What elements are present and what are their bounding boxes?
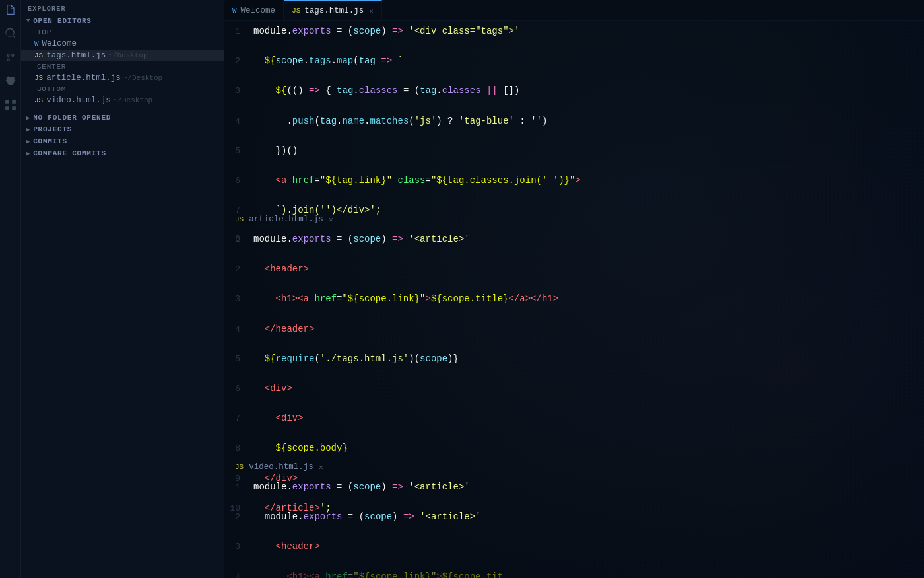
explorer-title: EXPLORER <box>21 0 224 15</box>
editor-area: 1module.exports = (scope) => '<div class… <box>224 21 924 578</box>
video-panel-filename: video.html.js <box>249 462 314 472</box>
sidebar-item-welcome[interactable]: W Welcome <box>21 38 224 50</box>
bottom-group-label: BOTTOM <box>21 84 224 94</box>
art-line-1: 1module.exports = (scope) => '<article>' <box>224 232 924 247</box>
vid-line-2: 2 module.exports = (scope) => '<article>… <box>224 509 924 524</box>
editor-main: W Welcome JS tags.html.js ✕ 1module.expo… <box>224 0 924 578</box>
art-line-8: 8 ${scope.body} <box>224 441 924 456</box>
video-panel-icon: JS <box>235 463 244 471</box>
article-panel-filename: article.html.js <box>249 215 323 224</box>
compare-commits-section[interactable]: ▶ COMPARE COMMITS <box>21 147 224 159</box>
vid-line-1: 1module.exports = (scope) => '<article>' <box>224 480 924 495</box>
video-filepath: ~/Desktop <box>114 96 152 104</box>
compare-commits-arrow: ▶ <box>26 150 30 157</box>
tab-tags[interactable]: JS tags.html.js ✕ <box>284 0 382 20</box>
welcome-tab-label: Welcome <box>241 6 276 15</box>
line-3: 3 ${(() => { tag.classes = (tag.classes … <box>224 83 924 98</box>
article-panel-header: JS article.html.js ✕ <box>224 209 924 229</box>
activity-bar <box>0 0 21 578</box>
open-editors-arrow: ▼ <box>26 18 30 24</box>
no-folder-label: NO FOLDER OPENED <box>33 114 111 122</box>
tags-tab-icon: JS <box>292 7 300 15</box>
article-file-icon: JS <box>34 74 43 82</box>
article-panel-icon: JS <box>235 215 244 223</box>
video-panel-close[interactable]: ✕ <box>319 462 323 472</box>
top-group-label: TOP <box>21 27 224 38</box>
projects-section[interactable]: ▶ PROJECTS <box>21 124 224 135</box>
art-line-2: 2 <header> <box>224 262 924 277</box>
sidebar-item-article[interactable]: JS article.html.js ~/Desktop <box>21 72 224 84</box>
line-4: 4 .push(tag.name.matches('js') ? 'tag-bl… <box>224 114 924 129</box>
sidebar-item-video[interactable]: JS video.html.js ~/Desktop <box>21 94 224 106</box>
no-folder-section[interactable]: ▶ NO FOLDER OPENED <box>21 112 224 124</box>
welcome-file-icon: W <box>34 40 39 48</box>
video-panel-header: JS video.html.js ✕ <box>224 457 924 477</box>
extensions-icon[interactable] <box>5 99 16 111</box>
tab-bar: W Welcome JS tags.html.js ✕ <box>224 0 924 21</box>
welcome-filename: Welcome <box>42 39 77 48</box>
line-2: 2 ${scope.tags.map(tag => ` <box>224 54 924 69</box>
article-filename: article.html.js <box>46 73 121 83</box>
art-line-6: 6 <div> <box>224 381 924 396</box>
open-editors-label: OPEN EDITORS <box>33 17 91 25</box>
open-editors-section[interactable]: ▼ OPEN EDITORS <box>21 15 224 27</box>
art-line-4: 4 </header> <box>224 322 924 337</box>
line-1: 1module.exports = (scope) => '<div class… <box>224 24 924 39</box>
article-filepath: ~/Desktop <box>123 74 162 82</box>
search-icon[interactable] <box>5 28 16 40</box>
projects-label: PROJECTS <box>33 126 72 133</box>
sidebar-item-tags[interactable]: JS tags.html.js ~/Desktop <box>21 50 224 61</box>
tags-tab-close[interactable]: ✕ <box>369 7 374 15</box>
line-5: 5 })() <box>224 143 924 159</box>
files-icon[interactable] <box>5 4 16 16</box>
commits-label: COMMITS <box>33 137 67 145</box>
tags-file-icon: JS <box>34 52 43 59</box>
art-line-3: 3 <h1><a href="${scope.link}">${scope.ti… <box>224 291 924 307</box>
tags-tab-label: tags.html.js <box>304 6 364 15</box>
projects-arrow: ▶ <box>26 126 30 133</box>
tab-welcome[interactable]: W Welcome <box>224 0 284 20</box>
welcome-tab-icon: W <box>232 7 237 15</box>
article-panel-close[interactable]: ✕ <box>329 215 333 225</box>
vid-line-3: 3 <header> <box>224 539 924 554</box>
source-control-icon[interactable] <box>5 52 16 63</box>
no-folder-arrow: ▶ <box>26 114 30 122</box>
art-line-5: 5 ${require('./tags.html.js')(scope)} <box>224 351 924 367</box>
code-panel-video: JS video.html.js ✕ 1module.exports = (sc… <box>224 457 924 578</box>
tags-filepath: ~/Desktop <box>108 52 147 59</box>
commits-section[interactable]: ▶ COMMITS <box>21 135 224 147</box>
line-6: 6 <a href="${tag.link}" class="${tag.cla… <box>224 173 924 188</box>
tags-filename: tags.html.js <box>46 51 106 60</box>
sidebar-tree: EXPLORER ▼ OPEN EDITORS TOP W Welcome JS… <box>21 0 224 578</box>
center-group-label: CENTER <box>21 61 224 72</box>
commits-arrow: ▶ <box>26 138 30 145</box>
video-filename: video.html.js <box>46 96 111 105</box>
debug-icon[interactable] <box>5 75 16 87</box>
compare-commits-label: COMPARE COMMITS <box>33 149 106 157</box>
vid-line-4: 4 <h1><a href="${scope.link}">${scope.ti… <box>224 569 924 578</box>
video-file-icon: JS <box>34 96 43 104</box>
art-line-7: 7 <div> <box>224 411 924 426</box>
